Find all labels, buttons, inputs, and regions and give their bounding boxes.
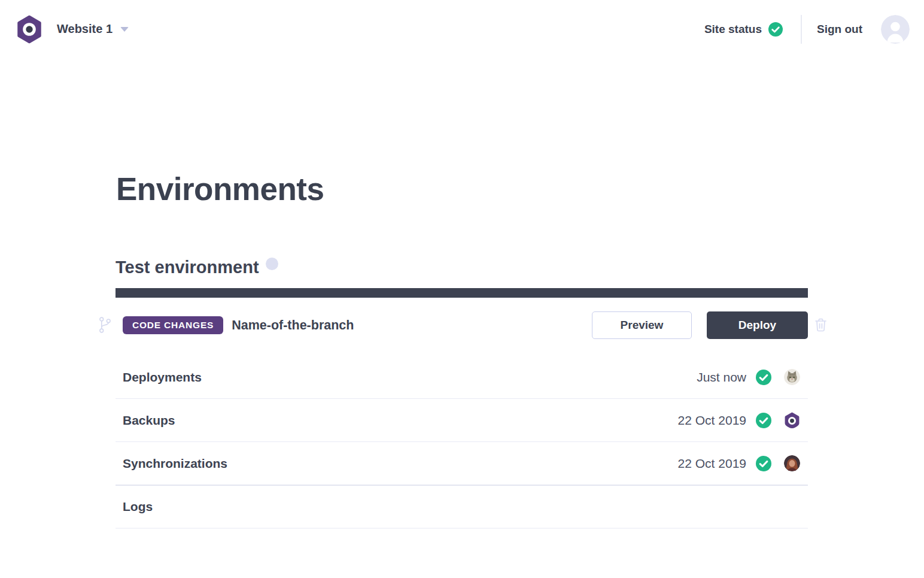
brand-hexagon-logo-icon[interactable] xyxy=(16,15,42,44)
branch-actions: Preview Deploy xyxy=(592,311,808,339)
code-changes-badge: CODE CHANGES xyxy=(123,316,223,334)
person-avatar xyxy=(784,455,800,471)
cat-avatar xyxy=(784,369,800,385)
row-meta: 22 Oct 2019 xyxy=(678,455,808,471)
success-check-icon xyxy=(746,456,771,471)
row-timestamp: 22 Oct 2019 xyxy=(678,413,746,428)
environment-status-dot xyxy=(266,258,278,270)
user-avatar[interactable] xyxy=(881,15,910,44)
row-timestamp: 22 Oct 2019 xyxy=(678,456,746,471)
main-content: Environments Test environment CODE CHANG… xyxy=(116,0,808,578)
success-check-icon xyxy=(746,370,771,385)
environment-progress-bar xyxy=(116,288,808,298)
sign-out-link[interactable]: Sign out xyxy=(817,23,862,36)
branch-name: Name-of-the-branch xyxy=(232,318,354,333)
row-meta: Just now xyxy=(697,369,808,385)
list-item-logs[interactable]: Logs xyxy=(116,486,808,529)
site-logo-icon xyxy=(784,412,800,428)
environment-section-header: Test environment xyxy=(116,256,278,278)
list-item-deployments[interactable]: Deployments Just now xyxy=(116,356,808,399)
list-item-backups[interactable]: Backups 22 Oct 2019 xyxy=(116,399,808,442)
row-meta: 22 Oct 2019 xyxy=(678,412,808,428)
branch-row: CODE CHANGES Name-of-the-branch Preview … xyxy=(116,311,808,340)
git-branch-icon xyxy=(99,316,111,336)
row-timestamp: Just now xyxy=(697,370,746,385)
preview-button[interactable]: Preview xyxy=(592,311,692,339)
row-label: Synchronizations xyxy=(116,456,227,471)
deploy-button[interactable]: Deploy xyxy=(707,311,808,339)
site-switcher[interactable]: Website 1 xyxy=(16,15,129,44)
row-label: Backups xyxy=(116,413,175,428)
delete-environment-button[interactable] xyxy=(814,317,828,332)
success-check-icon xyxy=(746,413,771,428)
site-name[interactable]: Website 1 xyxy=(57,22,113,36)
row-label: Deployments xyxy=(116,370,202,385)
trash-icon xyxy=(814,317,828,332)
page-title: Environments xyxy=(116,172,324,207)
list-item-synchronizations[interactable]: Synchronizations 22 Oct 2019 xyxy=(116,442,808,486)
environment-name: Test environment xyxy=(116,256,259,278)
environment-activity-list: Deployments Just now xyxy=(116,356,808,529)
row-label: Logs xyxy=(116,500,153,514)
